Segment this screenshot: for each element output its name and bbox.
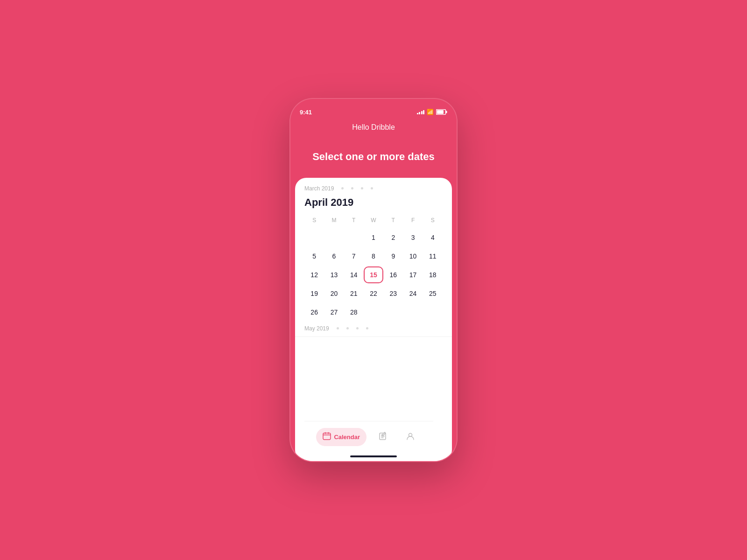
day-16[interactable]: 16 (383, 266, 403, 283)
nav-dot-7 (356, 327, 359, 329)
svg-rect-3 (323, 433, 331, 440)
day-19[interactable]: 19 (304, 285, 324, 302)
status-icons: 📶 (417, 109, 448, 115)
app-title: Hello Dribble (352, 123, 395, 132)
day-12[interactable]: 12 (304, 266, 324, 283)
day-24[interactable]: 24 (403, 285, 423, 302)
day-9[interactable]: 9 (383, 248, 403, 265)
nav-calendar[interactable]: Calendar (316, 428, 366, 446)
nav-dot-8 (366, 327, 368, 329)
day-5[interactable]: 5 (304, 248, 324, 265)
notch (345, 99, 402, 112)
calendar-card: March 2019 April 2019 S M T W T F S 1 2 … (295, 178, 452, 461)
time: 9:41 (300, 109, 312, 116)
day-27[interactable]: 27 (324, 304, 344, 321)
current-month-title: April 2019 (304, 196, 443, 209)
nav-dot-5 (337, 327, 339, 329)
day-empty (364, 304, 383, 321)
day-empty (344, 229, 364, 246)
day-empty (403, 304, 423, 321)
day-25[interactable]: 25 (423, 285, 443, 302)
nav-dot-1 (341, 187, 344, 189)
day-20[interactable]: 20 (324, 285, 344, 302)
svg-rect-1 (437, 110, 444, 114)
nav-dot-6 (346, 327, 349, 329)
day-empty (304, 229, 324, 246)
day-8[interactable]: 8 (364, 248, 383, 265)
day-empty (383, 304, 403, 321)
day-header-f: F (403, 215, 423, 225)
nav-dot-2 (351, 187, 353, 189)
day-header-s1: S (304, 215, 324, 225)
day-1[interactable]: 1 (364, 229, 383, 246)
day-23[interactable]: 23 (383, 285, 403, 302)
day-header-s2: S (423, 215, 443, 225)
svg-rect-2 (446, 111, 447, 113)
day-11[interactable]: 11 (423, 248, 443, 265)
signal-icon (417, 110, 425, 114)
day-22[interactable]: 22 (364, 285, 383, 302)
day-header-w: W (364, 215, 383, 225)
day-empty (423, 304, 443, 321)
nav-calendar-label: Calendar (334, 434, 360, 441)
day-15[interactable]: 15 (364, 266, 383, 283)
calendar-icon (323, 432, 331, 442)
wifi-icon: 📶 (427, 109, 434, 115)
profile-icon (406, 432, 415, 443)
nav-profile[interactable] (399, 428, 422, 447)
day-13[interactable]: 13 (324, 266, 344, 283)
day-14[interactable]: 14 (344, 266, 364, 283)
next-month-label: May 2019 (304, 325, 329, 332)
bottom-nav: Calendar (304, 421, 433, 453)
day-4[interactable]: 4 (423, 229, 443, 246)
nav-dot-4 (371, 187, 373, 189)
day-17[interactable]: 17 (403, 266, 423, 283)
day-6[interactable]: 6 (324, 248, 344, 265)
day-21[interactable]: 21 (344, 285, 364, 302)
phone-frame: 9:41 📶 Hello Dribble Select one or more … (289, 98, 458, 462)
nav-dot-3 (361, 187, 363, 189)
day-28[interactable]: 28 (344, 304, 364, 321)
day-header-m: M (324, 215, 344, 225)
calendar-grid: 1 2 3 4 5 6 7 8 9 10 11 12 13 14 15 16 1… (304, 229, 443, 321)
home-indicator (304, 453, 443, 461)
day-3[interactable]: 3 (403, 229, 423, 246)
day-header-t1: T (344, 215, 364, 225)
select-prompt: Select one or more dates (298, 150, 449, 164)
day-18[interactable]: 18 (423, 266, 443, 283)
prev-month-label: March 2019 (304, 185, 334, 192)
edit-icon (378, 432, 388, 443)
svg-rect-5 (328, 432, 329, 434)
battery-icon (436, 109, 447, 115)
svg-rect-4 (325, 432, 326, 434)
divider (295, 336, 452, 337)
day-headers: S M T W T F S (304, 215, 443, 225)
next-month-nav[interactable]: May 2019 (304, 325, 443, 336)
nav-edit[interactable] (372, 428, 394, 447)
day-2[interactable]: 2 (383, 229, 403, 246)
day-7[interactable]: 7 (344, 248, 364, 265)
day-empty (324, 229, 344, 246)
prev-month-nav[interactable]: March 2019 (304, 185, 443, 192)
day-26[interactable]: 26 (304, 304, 324, 321)
day-header-t2: T (383, 215, 403, 225)
day-10[interactable]: 10 (403, 248, 423, 265)
home-bar (350, 455, 397, 457)
